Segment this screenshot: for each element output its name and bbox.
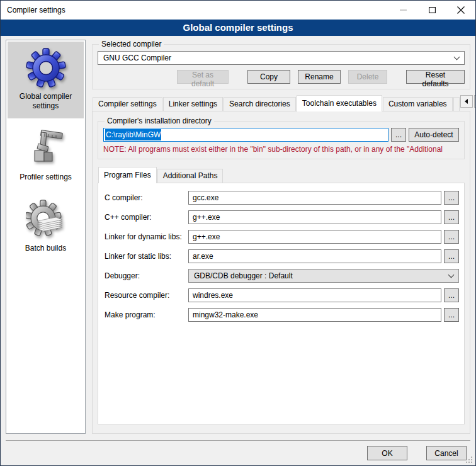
copy-button[interactable]: Copy xyxy=(247,70,290,84)
compiler-select-value: GNU GCC Compiler xyxy=(103,52,455,64)
installation-directory-value: C:\raylib\MinGW xyxy=(105,129,161,140)
titlebar[interactable]: Compiler settings xyxy=(1,1,475,20)
tab-linker-settings[interactable]: Linker settings xyxy=(163,97,223,111)
program-files-page: C compiler: gcc.exe ... C++ compiler: g+… xyxy=(98,183,465,424)
sidebar-item-label: Global compiler settings xyxy=(9,92,82,111)
tab-build-options[interactable]: Build options xyxy=(453,97,460,111)
tab-scroll-right-button[interactable] xyxy=(474,95,476,108)
linker-dynamic-row: Linker for dynamic libs: g++.exe ... xyxy=(105,230,459,244)
installation-directory-input[interactable]: C:\raylib\MinGW xyxy=(103,128,388,142)
dialog-footer: OK Cancel xyxy=(6,440,470,465)
tab-search-directories[interactable]: Search directories xyxy=(224,97,296,111)
installation-directory-legend: Compiler's installation directory xyxy=(105,116,214,125)
tab-custom-variables[interactable]: Custom variables xyxy=(383,97,453,111)
compiler-actions: Set as default Copy Rename Delete Reset … xyxy=(98,70,465,84)
tab-program-files[interactable]: Program Files xyxy=(98,167,157,183)
linker-static-browse-button[interactable]: ... xyxy=(444,249,459,263)
installation-directory-group: Compiler's installation directory C:\ray… xyxy=(98,116,465,159)
resource-compiler-label: Resource compiler: xyxy=(105,291,188,300)
window-title: Compiler settings xyxy=(1,6,65,14)
tab-scroll-buttons xyxy=(460,95,476,108)
linker-static-label: Linker for static libs: xyxy=(105,252,188,261)
c-compiler-browse-button[interactable]: ... xyxy=(444,191,459,205)
tab-toolchain-executables[interactable]: Toolchain executables xyxy=(297,95,382,111)
compiler-settings-tabs: Compiler settings Linker settings Search… xyxy=(92,95,470,111)
resource-compiler-browse-button[interactable]: ... xyxy=(444,288,459,302)
linker-dynamic-label: Linker for dynamic libs: xyxy=(105,232,188,241)
debugger-label: Debugger: xyxy=(105,271,188,280)
blue-gear-icon xyxy=(26,48,66,88)
close-button[interactable] xyxy=(446,1,475,20)
resize-grip[interactable] xyxy=(465,455,473,464)
dialog-heading: Global compiler settings xyxy=(1,20,475,36)
debugger-select[interactable]: GDB/CDB debugger : Default xyxy=(188,269,459,283)
minimize-button xyxy=(388,1,417,20)
caliper-icon xyxy=(26,128,66,169)
sidebar-item-label: Profiler settings xyxy=(9,173,82,182)
make-program-label: Make program: xyxy=(105,310,188,319)
cancel-button[interactable]: Cancel xyxy=(426,446,467,460)
selected-compiler-legend: Selected compiler xyxy=(99,40,164,48)
linker-static-row: Linker for static libs: ar.exe ... xyxy=(105,249,459,263)
resource-compiler-row: Resource compiler: windres.exe ... xyxy=(105,288,459,302)
tab-additional-paths[interactable]: Additional Paths xyxy=(157,169,224,183)
browse-directory-button[interactable]: ... xyxy=(391,128,406,142)
sidebar-item-batch-builds[interactable]: Batch builds xyxy=(8,193,84,261)
reset-defaults-button[interactable]: Reset defaults xyxy=(406,70,465,84)
linker-static-input[interactable]: ar.exe xyxy=(188,249,441,263)
c-compiler-input[interactable]: gcc.exe xyxy=(188,191,441,205)
selected-compiler-group: Selected compiler GNU GCC Compiler Set a… xyxy=(92,40,470,89)
gray-gear-stack-icon xyxy=(26,200,66,240)
tab-compiler-settings[interactable]: Compiler settings xyxy=(93,97,162,111)
sidebar-item-profiler-settings[interactable]: Profiler settings xyxy=(8,122,84,190)
set-as-default-button: Set as default xyxy=(177,70,229,84)
toolchain-executables-panel: Compiler's installation directory C:\ray… xyxy=(92,111,470,434)
settings-category-list: Global compiler settings Profiler settin… xyxy=(6,40,86,434)
debugger-row: Debugger: GDB/CDB debugger : Default xyxy=(105,269,459,283)
chevron-down-icon xyxy=(454,54,460,60)
sidebar-item-global-compiler-settings[interactable]: Global compiler settings xyxy=(8,42,84,118)
rename-button[interactable]: Rename xyxy=(298,70,341,84)
maximize-button[interactable] xyxy=(417,1,446,20)
make-program-row: Make program: mingw32-make.exe ... xyxy=(105,308,459,322)
cpp-compiler-label: C++ compiler: xyxy=(105,213,188,222)
program-files-tabs: Program Files Additional Paths xyxy=(98,167,465,183)
debugger-select-value: GDB/CDB debugger : Default xyxy=(194,270,449,282)
c-compiler-label: C compiler: xyxy=(105,193,188,202)
compiler-select[interactable]: GNU GCC Compiler xyxy=(98,51,465,65)
tab-scroll-left-button[interactable] xyxy=(460,95,473,108)
resource-compiler-input[interactable]: windres.exe xyxy=(188,288,441,302)
sidebar-item-label: Batch builds xyxy=(9,244,82,253)
c-compiler-row: C compiler: gcc.exe ... xyxy=(105,191,459,205)
compiler-settings-dialog: Compiler settings xyxy=(0,0,476,466)
maximize-icon xyxy=(429,7,436,13)
make-program-browse-button[interactable]: ... xyxy=(444,308,459,322)
arrow-left-icon xyxy=(465,99,468,104)
cpp-compiler-row: C++ compiler: g++.exe ... xyxy=(105,210,459,224)
ok-button[interactable]: OK xyxy=(367,446,407,460)
linker-dynamic-input[interactable]: g++.exe xyxy=(188,230,441,244)
caption-buttons xyxy=(388,1,475,20)
chevron-down-icon xyxy=(448,271,455,278)
bin-subdirectory-note: NOTE: All programs must exist either in … xyxy=(103,145,459,154)
close-icon xyxy=(457,6,465,14)
minimize-icon xyxy=(400,9,407,11)
cpp-compiler-input[interactable]: g++.exe xyxy=(188,210,441,224)
make-program-input[interactable]: mingw32-make.exe xyxy=(188,308,441,322)
delete-button: Delete xyxy=(348,70,387,84)
auto-detect-button[interactable]: Auto-detect xyxy=(409,128,459,142)
linker-dynamic-browse-button[interactable]: ... xyxy=(444,230,459,244)
cpp-compiler-browse-button[interactable]: ... xyxy=(444,210,459,224)
